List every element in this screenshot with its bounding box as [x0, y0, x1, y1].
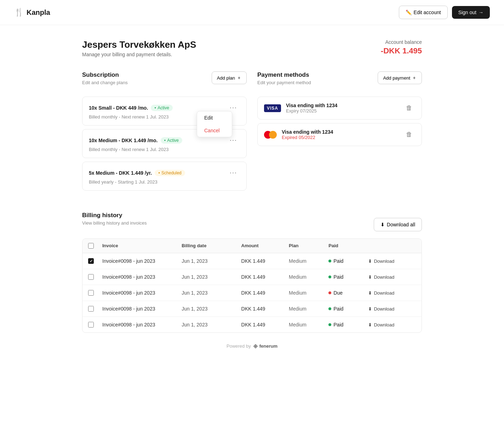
- fenerum-logo-icon: [253, 344, 258, 349]
- company-subtitle: Manage your billing and payment details.: [82, 52, 196, 57]
- cell-download: ⬇ Download: [368, 322, 416, 328]
- download-icon: ⬇: [368, 259, 372, 264]
- payment-info: Visa ending with 1234 Expiry 07/2025: [286, 103, 337, 114]
- cell-paid: Paid: [328, 306, 368, 312]
- header: 🍴 Kanpla ✏️ Edit account Sign out →: [0, 0, 504, 25]
- cell-invoice: Invoice#0098 - jun 2023: [102, 290, 182, 296]
- dropdown-edit[interactable]: Edit: [197, 111, 232, 124]
- cell-plan: Medium: [289, 290, 328, 296]
- billing-subtitle: View billing history and invoices: [82, 220, 147, 226]
- row-checkbox-wrapper: [88, 274, 102, 280]
- cell-amount: DKK 1.449: [241, 258, 289, 264]
- billing-table: Invoice Billing date Amount Plan Paid In…: [82, 238, 422, 333]
- payment-card: VISA Visa ending with 1234 Expiry 07/202…: [257, 97, 422, 120]
- company-info: Jespers Torvekøkken ApS Manage your bill…: [82, 39, 196, 57]
- cell-paid: Paid: [328, 322, 368, 328]
- col-paid: Paid: [328, 243, 368, 249]
- checked-checkbox[interactable]: [88, 258, 94, 264]
- plan-dropdown-menu: Edit Cancel: [197, 111, 232, 137]
- select-all-checkbox[interactable]: [88, 243, 94, 249]
- payment-header: Payment methods Edit your payment method…: [257, 71, 422, 91]
- col-billing-date: Billing date: [182, 243, 241, 249]
- fenerum-brand: fenerum: [253, 343, 277, 349]
- payment-subtitle: Edit your payment method: [257, 80, 311, 85]
- download-invoice-button[interactable]: ⬇ Download: [368, 290, 394, 296]
- cell-download: ⬇ Download: [368, 259, 416, 264]
- add-plan-button[interactable]: Add plan ＋: [212, 71, 247, 84]
- download-invoice-button[interactable]: ⬇ Download: [368, 306, 394, 312]
- row-checkbox[interactable]: [88, 322, 94, 328]
- account-balance: Account balance -DKK 1.495: [381, 39, 422, 56]
- cell-download: ⬇ Download: [368, 306, 416, 312]
- plus-icon: ＋: [412, 75, 417, 81]
- cell-plan: Medium: [289, 258, 328, 264]
- main-content: Jespers Torvekøkken ApS Manage your bill…: [75, 25, 429, 370]
- dropdown-cancel[interactable]: Cancel: [197, 124, 232, 137]
- row-checkbox-wrapper: [88, 322, 102, 328]
- payment-title: Payment methods: [257, 71, 311, 79]
- plan-name: 5x Medium - DKK 1.449 /yr.: [89, 170, 152, 176]
- download-icon: ⬇: [368, 322, 372, 328]
- subscription-title: Subscription: [82, 71, 128, 79]
- row-checkbox[interactable]: [88, 274, 94, 280]
- col-actions: [368, 243, 416, 249]
- download-icon: ⬇: [368, 274, 372, 280]
- payment-card-left: Visa ending with 1234 Expired 05/2022: [264, 129, 333, 140]
- logo-text: Kanpla: [27, 8, 50, 17]
- row-checkbox[interactable]: [88, 306, 94, 312]
- cell-amount: DKK 1.449: [241, 274, 289, 280]
- status-dot-due: [328, 291, 331, 294]
- download-all-button[interactable]: ⬇ Download all: [374, 218, 422, 231]
- cell-date: Jun 1, 2023: [182, 306, 241, 312]
- cell-plan: Medium: [289, 274, 328, 280]
- download-invoice-button[interactable]: ⬇ Download: [368, 274, 394, 280]
- header-actions: ✏️ Edit account Sign out →: [399, 6, 490, 19]
- billing-section: Billing history View billing history and…: [82, 212, 422, 333]
- sign-out-button[interactable]: Sign out →: [452, 6, 490, 19]
- page-header: Jespers Torvekøkken ApS Manage your bill…: [82, 39, 422, 57]
- due-label: Due: [333, 290, 343, 296]
- paid-label: Paid: [333, 274, 343, 280]
- paid-label: Paid: [333, 322, 343, 328]
- cell-amount: DKK 1.449: [241, 322, 289, 328]
- delete-payment-button[interactable]: 🗑: [403, 129, 415, 140]
- add-payment-button[interactable]: Add payment ＋: [378, 71, 422, 84]
- edit-account-button[interactable]: ✏️ Edit account: [399, 6, 448, 19]
- billing-columns: Subscription Edit and change plans Add p…: [82, 71, 422, 194]
- cell-invoice: Invoice#0098 - jun 2023: [102, 274, 182, 280]
- cell-invoice: Invoice#0098 - jun 2023: [102, 322, 182, 328]
- billing-title-group: Billing history View billing history and…: [82, 212, 147, 231]
- plan-options-button[interactable]: ···: [227, 168, 240, 178]
- row-checkbox-wrapper: [88, 258, 102, 264]
- subscription-header: Subscription Edit and change plans Add p…: [82, 71, 247, 91]
- plus-icon: ＋: [237, 75, 241, 81]
- cell-plan: Medium: [289, 322, 328, 328]
- plan-name: 10x Medium - DKK 1.449 /mo.: [89, 138, 158, 143]
- plan-card: 5x Medium - DKK 1.449 /yr. Scheduled ···…: [82, 162, 247, 191]
- cell-paid: Paid: [328, 274, 368, 280]
- table-header: Invoice Billing date Amount Plan Paid: [82, 239, 422, 253]
- payment-section: Payment methods Edit your payment method…: [257, 71, 422, 194]
- cell-paid: Paid: [328, 258, 368, 264]
- plan-name-row: 5x Medium - DKK 1.449 /yr. Scheduled: [89, 170, 185, 176]
- balance-label: Account balance: [381, 39, 422, 45]
- balance-value: -DKK 1.495: [381, 46, 422, 56]
- payment-card-left: VISA Visa ending with 1234 Expiry 07/202…: [264, 103, 337, 114]
- table-row: Invoice#0098 - jun 2023 Jun 1, 2023 DKK …: [82, 317, 422, 332]
- payment-card: Visa ending with 1234 Expired 05/2022 🗑: [257, 123, 422, 146]
- subscription-section: Subscription Edit and change plans Add p…: [82, 71, 247, 194]
- plan-name-row: 10x Medium - DKK 1.449 /mo. Active: [89, 137, 182, 144]
- cell-date: Jun 1, 2023: [182, 322, 241, 328]
- powered-by-text: Powered by: [227, 343, 251, 349]
- cell-date: Jun 1, 2023: [182, 258, 241, 264]
- scheduled-badge: Scheduled: [155, 170, 185, 176]
- logo-icon: 🍴: [14, 8, 24, 17]
- cell-amount: DKK 1.449: [241, 306, 289, 312]
- active-badge: Active: [151, 105, 173, 111]
- delete-payment-button[interactable]: 🗑: [403, 103, 415, 113]
- download-invoice-button[interactable]: ⬇ Download: [368, 322, 394, 328]
- logo: 🍴 Kanpla: [14, 8, 50, 17]
- row-checkbox[interactable]: [88, 290, 94, 296]
- download-invoice-button[interactable]: ⬇ Download: [368, 259, 394, 264]
- status-dot-paid: [328, 323, 331, 326]
